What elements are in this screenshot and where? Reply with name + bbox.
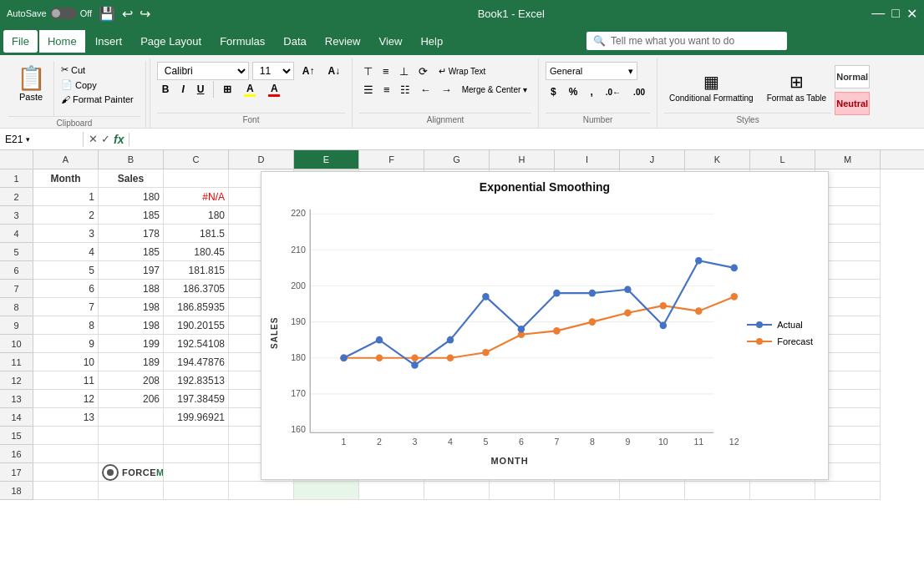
cell-A4[interactable]: 3 [33,225,99,243]
cell-C5[interactable]: 180.45 [164,243,229,261]
confirm-formula-btn[interactable]: ✓ [101,133,110,145]
cell-C15[interactable] [164,427,229,445]
decrease-indent-btn[interactable]: ← [416,80,435,99]
row-header-1[interactable]: 1 [0,169,33,188]
cell-A18[interactable] [33,482,99,500]
comma-btn[interactable]: , [585,83,597,101]
conditional-formatting-btn[interactable]: ▦ Conditional Formatting [664,64,759,111]
cell-A16[interactable] [33,445,99,463]
normal-style[interactable]: Normal [835,65,870,88]
cell-F18[interactable] [359,482,424,500]
cell-A12[interactable]: 11 [33,371,99,390]
cell-J18[interactable] [620,482,685,500]
paste-button[interactable]: 📋 Paste [8,61,54,116]
font-name-select[interactable]: Calibri [157,62,249,80]
row-header-5[interactable]: 5 [0,243,33,261]
merge-center-btn[interactable]: Merge & Center ▾ [458,80,531,99]
menu-item-home[interactable]: Home [39,30,85,53]
cell-C12[interactable]: 192.83513 [164,371,229,390]
font-size-select[interactable]: 11 [252,62,294,80]
cell-A5[interactable]: 4 [33,243,99,261]
row-header-4[interactable]: 4 [0,225,33,243]
cell-B16[interactable] [99,445,164,463]
cell-B15[interactable] [99,427,164,445]
col-header-C[interactable]: C [164,150,229,169]
cell-A9[interactable]: 8 [33,316,99,335]
cell-C4[interactable]: 181.5 [164,225,229,243]
close-btn[interactable]: ✕ [906,6,917,22]
cell-C11[interactable]: 194.47876 [164,353,229,371]
align-middle-btn[interactable]: ≡ [378,62,393,80]
fill-color-button[interactable]: A [239,80,261,99]
cell-A6[interactable]: 5 [33,261,99,280]
cell-I18[interactable] [555,482,620,500]
underline-button[interactable]: U [192,80,210,99]
row-header-11[interactable]: 11 [0,353,33,371]
menu-item-formulas[interactable]: Formulas [211,30,273,53]
cell-C16[interactable] [164,445,229,463]
cell-B13[interactable]: 206 [99,390,164,408]
col-header-L[interactable]: L [750,150,815,169]
row-header-8[interactable]: 8 [0,298,33,316]
col-header-M[interactable]: M [815,150,881,169]
neutral-style[interactable]: Neutral [835,92,870,115]
cell-B6[interactable]: 197 [99,261,164,280]
increase-decimal-btn[interactable]: .00 [628,83,650,101]
save-icon[interactable]: 💾 [99,6,115,22]
col-header-F[interactable]: F [359,150,424,169]
borders-button[interactable]: ⊞ [218,80,236,99]
cell-B2[interactable]: 180 [99,188,164,206]
number-format-dropdown[interactable]: General ▾ [546,62,637,80]
cell-G18[interactable] [424,482,490,500]
bold-button[interactable]: B [157,80,175,99]
wrap-text-btn[interactable]: ↵ Wrap Text [434,62,491,80]
cell-B12[interactable]: 208 [99,371,164,390]
cell-C3[interactable]: 180 [164,206,229,225]
cell-C8[interactable]: 186.85935 [164,298,229,316]
align-bottom-btn[interactable]: ⊥ [395,62,413,80]
align-left-btn[interactable]: ☰ [359,80,378,99]
row-header-2[interactable]: 2 [0,188,33,206]
row-header-13[interactable]: 13 [0,390,33,408]
cell-C1[interactable] [164,169,229,188]
increase-indent-btn[interactable]: → [437,80,456,99]
cell-B18[interactable] [99,482,164,500]
cell-B14[interactable] [99,408,164,427]
cell-K18[interactable] [685,482,750,500]
cell-B4[interactable]: 178 [99,225,164,243]
row-header-6[interactable]: 6 [0,261,33,280]
cell-C17[interactable] [164,463,229,482]
cell-E18[interactable] [294,482,359,500]
menu-item-pagelayout[interactable]: Page Layout [132,30,210,53]
formula-input[interactable] [129,132,924,147]
cell-A13[interactable]: 12 [33,390,99,408]
row-header-14[interactable]: 14 [0,408,33,427]
row-header-10[interactable]: 10 [0,335,33,353]
col-header-G[interactable]: G [424,150,490,169]
cell-C6[interactable]: 181.815 [164,261,229,280]
cut-button[interactable]: ✂ Cut [58,63,137,77]
autosave-switch[interactable] [50,8,77,19]
row-header-9[interactable]: 9 [0,316,33,335]
cell-C2[interactable]: #N/A [164,188,229,206]
menu-item-insert[interactable]: Insert [87,30,131,53]
row-header-15[interactable]: 15 [0,427,33,445]
col-header-A[interactable]: A [33,150,99,169]
cell-B10[interactable]: 199 [99,335,164,353]
cell-C7[interactable]: 186.3705 [164,280,229,298]
redo-icon[interactable]: ↪ [140,6,150,22]
cell-A7[interactable]: 6 [33,280,99,298]
cell-C10[interactable]: 192.54108 [164,335,229,353]
font-color-button[interactable]: A [263,80,285,99]
autosave-toggle[interactable]: AutoSave Off [7,8,92,19]
cell-A14[interactable]: 13 [33,408,99,427]
cell-A15[interactable] [33,427,99,445]
cell-M18[interactable] [815,482,881,500]
cancel-formula-btn[interactable]: ✕ [89,133,98,145]
cell-A8[interactable]: 7 [33,298,99,316]
menu-item-data[interactable]: Data [275,30,314,53]
align-top-btn[interactable]: ⊤ [359,62,377,80]
align-right-btn[interactable]: ☷ [396,80,414,99]
col-header-D[interactable]: D [229,150,294,169]
cell-H18[interactable] [490,482,555,500]
